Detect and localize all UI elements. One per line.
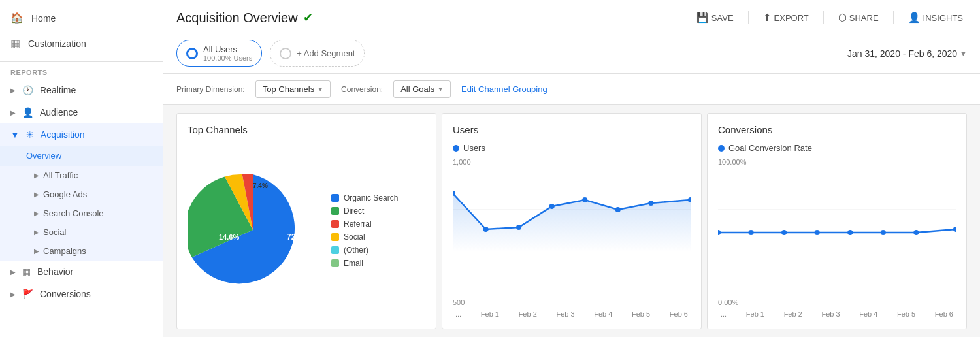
sidebar-item-overview[interactable]: Overview — [0, 146, 163, 166]
dimension-caret: ▼ — [317, 86, 323, 93]
sidebar-item-behavior[interactable]: ▶ ▦ Behavior — [0, 261, 163, 283]
audience-icon: 👤 — [22, 107, 33, 118]
conversions-label: Conversions — [40, 289, 91, 299]
conv-dot-7 — [953, 227, 956, 232]
all-traffic-label: All Traffic — [43, 170, 78, 180]
acquisition-label: Acquisition — [41, 129, 85, 140]
export-button[interactable]: ⬆ EXPORT — [759, 9, 813, 26]
sidebar-item-campaigns[interactable]: ▶ Campaigns — [0, 242, 163, 261]
conv-dot-4 — [847, 230, 853, 235]
behavior-icon: ▦ — [22, 266, 31, 277]
conv-x-axis: ... Feb 1 Feb 2 Feb 3 Feb 4 Feb 5 Feb 6 — [718, 310, 956, 318]
conv-y-top: 100.00% — [718, 158, 956, 166]
conv-dot-5 — [881, 230, 886, 235]
sidebar: 🏠 Home ▦ Customization REPORTS ▶ 🕐 Realt… — [0, 0, 163, 337]
x-label-6: Feb 6 — [670, 310, 688, 318]
realtime-label: Realtime — [40, 85, 76, 95]
conv-x-0: ... — [721, 310, 727, 318]
search-console-label: Search Console — [43, 208, 104, 218]
sidebar-item-conversions[interactable]: ▶ 🚩 Conversions — [0, 283, 163, 305]
users-legend-label: Users — [463, 143, 485, 153]
users-svg — [453, 167, 691, 252]
conversion-dropdown[interactable]: All Goals ▼ — [393, 80, 451, 98]
legend-email: Email — [331, 259, 398, 268]
conv-x-4: Feb 4 — [859, 310, 877, 318]
x-label-1: Feb 1 — [481, 310, 499, 318]
share-button[interactable]: ⬡ SHARE — [834, 9, 883, 26]
dot-1 — [483, 227, 489, 232]
toolbar: Primary Dimension: Top Channels ▼ Conver… — [163, 74, 980, 105]
social-label: Social — [43, 227, 66, 237]
home-icon: 🏠 — [10, 12, 24, 24]
top-channels-title: Top Channels — [188, 124, 425, 135]
segment-info: All Users 100.00% Users — [203, 44, 252, 62]
legend-label-direct: Direct — [344, 206, 364, 216]
label-organic: 72.4% — [287, 233, 309, 242]
conversion-caret: ▼ — [437, 86, 444, 93]
legend-dot-direct — [331, 207, 339, 215]
segment-dot — [186, 48, 198, 59]
segment-name: All Users — [203, 44, 252, 54]
conversions-legend-dot — [718, 145, 725, 152]
acquisition-group: ▼ ✳ Acquisition Overview ▶ All Traffic ▶… — [0, 123, 163, 261]
behavior-label: Behavior — [37, 266, 73, 277]
divider-2 — [823, 11, 824, 24]
sidebar-item-social[interactable]: ▶ Social — [0, 223, 163, 242]
x-label-5: Feb 5 — [632, 310, 650, 318]
charts-area: Top Channels — [163, 105, 980, 337]
sidebar-item-search-console[interactable]: ▶ Search Console — [0, 204, 163, 223]
edit-channel-grouping-link[interactable]: Edit Channel Grouping — [461, 84, 547, 94]
sidebar-item-customization-label: Customization — [28, 39, 86, 49]
conv-dot-0 — [718, 230, 721, 235]
legend-dot-organic — [331, 194, 339, 202]
users-x-axis: ... Feb 1 Feb 2 Feb 3 Feb 4 Feb 5 Feb 6 — [453, 310, 691, 318]
sidebar-item-home[interactable]: 🏠 Home — [0, 5, 163, 31]
sidebar-item-realtime[interactable]: ▶ 🕐 Realtime — [0, 79, 163, 101]
all-users-segment[interactable]: All Users 100.00% Users — [176, 40, 262, 67]
sidebar-item-all-traffic[interactable]: ▶ All Traffic — [0, 166, 163, 185]
label-direct: 14.6% — [219, 233, 239, 241]
page-header: Acquisition Overview ✔ 💾 SAVE ⬆ EXPORT ⬡… — [163, 0, 980, 33]
conv-x-3: Feb 3 — [821, 310, 840, 318]
sidebar-item-customization[interactable]: ▦ Customization — [0, 31, 163, 56]
insights-button[interactable]: 👤 INSIGHTS — [904, 9, 967, 26]
status-check-icon: ✔ — [303, 10, 313, 25]
add-segment-dot — [280, 48, 291, 59]
users-legend: Users — [453, 143, 691, 153]
conv-dot-1 — [749, 230, 754, 235]
save-label: SAVE — [711, 13, 734, 23]
add-segment-button[interactable]: + Add Segment — [270, 40, 365, 67]
legend-label-other: (Other) — [344, 246, 368, 255]
conversions-title: Conversions — [718, 124, 956, 135]
conv-x-5: Feb 5 — [897, 310, 915, 318]
campaigns-label: Campaigns — [43, 246, 86, 256]
save-button[interactable]: 💾 SAVE — [693, 9, 738, 26]
all-traffic-caret: ▶ — [34, 172, 39, 179]
dot-3 — [549, 204, 555, 209]
sidebar-item-audience[interactable]: ▶ 👤 Audience — [0, 101, 163, 123]
users-y-top: 1,000 — [453, 158, 691, 166]
export-icon: ⬆ — [763, 12, 772, 24]
customization-icon: ▦ — [10, 37, 20, 50]
legend-other: (Other) — [331, 246, 398, 255]
sidebar-item-home-label: Home — [31, 13, 56, 24]
users-legend-dot — [453, 145, 459, 152]
conversions-caret: ▶ — [10, 291, 16, 298]
google-ads-label: Google Ads — [43, 189, 87, 199]
pie-svg: 72.4% 14.6% 7.4% — [188, 165, 318, 295]
legend-direct: Direct — [331, 206, 398, 216]
conv-svg — [718, 167, 956, 252]
campaigns-caret: ▶ — [34, 248, 39, 255]
primary-dimension-label: Primary Dimension: — [176, 85, 245, 94]
dimension-dropdown[interactable]: Top Channels ▼ — [255, 80, 331, 98]
dot-6 — [648, 201, 653, 206]
legend-dot-other — [331, 246, 339, 254]
sidebar-item-google-ads[interactable]: ▶ Google Ads — [0, 185, 163, 204]
conv-y-bottom: 0.00% — [718, 298, 956, 306]
conversions-icon: 🚩 — [22, 289, 33, 299]
pie-legend: Organic Search Direct Referral Social — [331, 193, 398, 268]
legend-dot-referral — [331, 220, 339, 228]
sidebar-item-acquisition[interactable]: ▼ ✳ Acquisition — [0, 123, 163, 146]
date-range-selector[interactable]: Jan 31, 2020 - Feb 6, 2020 ▼ — [847, 48, 967, 59]
save-icon: 💾 — [696, 12, 709, 24]
